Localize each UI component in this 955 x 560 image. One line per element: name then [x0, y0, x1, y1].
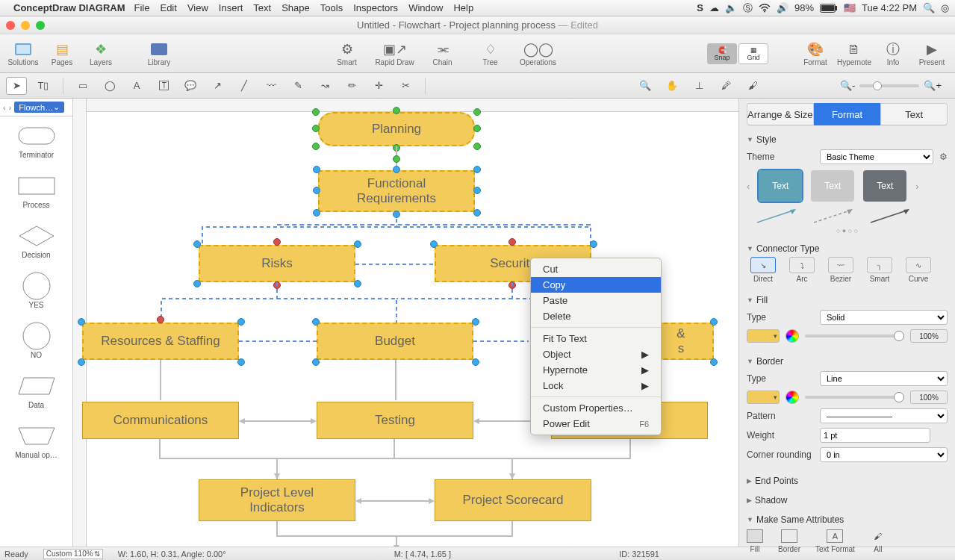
node-testing[interactable]: Testing — [317, 402, 473, 439]
ellipse-tool[interactable]: ◯ — [99, 77, 120, 95]
select-tool[interactable]: ➤ — [6, 77, 27, 95]
node-pli[interactable]: Project Level Indicators — [199, 479, 355, 521]
ctx-object[interactable]: Object▶ — [531, 346, 661, 362]
menu-text[interactable]: Text — [253, 2, 271, 13]
section-conn-type[interactable]: Connector Type — [747, 243, 948, 254]
menu-file[interactable]: File — [134, 2, 150, 13]
text-tool[interactable]: T▯ — [33, 77, 54, 95]
weight-input[interactable] — [820, 428, 930, 443]
crumb-back-icon[interactable]: ‹ — [3, 103, 6, 112]
zoom-tool[interactable]: 🔍 — [635, 77, 656, 95]
library-button[interactable]: Library — [140, 37, 178, 71]
swatch-1[interactable]: Text — [759, 170, 802, 202]
menu-view[interactable]: View — [187, 2, 208, 13]
shape-decision[interactable]: Decision — [0, 224, 72, 259]
conn-smart[interactable]: ┐Smart — [863, 257, 896, 283]
node-budget[interactable]: Budget — [317, 323, 473, 360]
siri-icon[interactable]: ◎ — [941, 2, 949, 13]
chain-button[interactable]: ⫘Chain — [420, 37, 466, 71]
att-fill[interactable]: Fill — [747, 529, 763, 553]
ctx-power[interactable]: Power EditF6 — [531, 416, 661, 432]
scissors-tool[interactable]: ✂ — [395, 77, 416, 95]
zoom-slider[interactable]: 🔍- 🔍+ — [840, 80, 942, 91]
app-name[interactable]: ConceptDraw DIAGRAM — [13, 2, 125, 13]
swatch-3[interactable]: Text — [863, 170, 906, 202]
conn-direct[interactable]: ↘Direct — [747, 257, 780, 283]
menu-tools[interactable]: Tools — [320, 2, 343, 13]
node-funcreq[interactable]: Functional Requirements — [318, 170, 475, 212]
layers-button[interactable]: ❖Layers — [82, 37, 119, 71]
pencil-tool[interactable]: ✏ — [341, 77, 362, 95]
tab-text[interactable]: Text — [880, 103, 948, 125]
ctx-lock[interactable]: Lock▶ — [531, 378, 661, 393]
corner-select[interactable]: 0 in — [820, 447, 948, 462]
ctx-hypernote[interactable]: Hypernote▶ — [531, 362, 661, 378]
textbox-tool[interactable]: 🅃 — [153, 77, 174, 95]
section-fill[interactable]: Fill — [747, 295, 948, 305]
flag-icon[interactable]: 🇺🇸 — [844, 2, 856, 13]
shape-process[interactable]: Process — [0, 174, 72, 209]
color-wheel-icon[interactable] — [786, 329, 799, 343]
hypernote-button[interactable]: 🗎Hypernote — [836, 37, 873, 71]
ctx-copy[interactable]: Copy — [531, 277, 661, 293]
tree-button[interactable]: ♢Tree — [467, 37, 514, 71]
brush-tool[interactable]: 🖌 — [742, 77, 763, 95]
wifi-icon[interactable] — [759, 4, 771, 13]
swatch-2[interactable]: Text — [811, 170, 854, 202]
spotlight-icon[interactable]: 🔍 — [923, 2, 935, 13]
minimize-window-icon[interactable] — [21, 21, 30, 30]
ctx-delete[interactable]: Delete — [531, 308, 661, 324]
swatch-next-icon[interactable]: › — [915, 181, 918, 192]
menu-insert[interactable]: Insert — [219, 2, 243, 13]
status-icon[interactable]: S — [697, 2, 703, 13]
traffic-lights[interactable] — [6, 21, 45, 30]
shapes-breadcrumb[interactable]: ‹ › Flowch… ⌄ — [0, 99, 72, 116]
shape-terminator[interactable]: Terminator — [0, 124, 72, 159]
pages-button[interactable]: ▤Pages — [43, 37, 81, 71]
clock[interactable]: Tue 4:22 PM — [862, 2, 917, 13]
curve-tool[interactable]: 〰 — [261, 77, 281, 95]
fill-color-swatch[interactable] — [747, 329, 780, 343]
att-border[interactable]: Border — [778, 529, 800, 553]
rect-tool[interactable]: ▭ — [72, 77, 93, 95]
menu-shape[interactable]: Shape — [281, 2, 310, 13]
conn-bezier[interactable]: 〰Bezier — [824, 257, 857, 283]
ctx-paste[interactable]: Paste — [531, 293, 661, 308]
border-color-swatch[interactable] — [747, 391, 780, 404]
node-risks[interactable]: Risks — [199, 245, 355, 282]
menu-edit[interactable]: Edit — [160, 2, 176, 13]
conn-curve[interactable]: ∿Curve — [902, 257, 935, 283]
node-tool[interactable]: ✛ — [368, 77, 389, 95]
menu-help[interactable]: Help — [453, 2, 473, 13]
pattern-select[interactable]: ———————— — [820, 408, 948, 423]
border-color-wheel-icon[interactable] — [786, 391, 799, 404]
att-textformat[interactable]: AText Format — [815, 529, 855, 553]
section-border[interactable]: Border — [747, 356, 948, 367]
border-type-select[interactable]: Line — [820, 371, 948, 386]
zoom-window-icon[interactable] — [36, 21, 45, 30]
present-button[interactable]: ▶Present — [913, 37, 951, 71]
menu-inspectors[interactable]: Inspectors — [353, 2, 398, 13]
conn-arc[interactable]: ⤵Arc — [786, 257, 818, 283]
menu-window[interactable]: Window — [408, 2, 443, 13]
smart-button[interactable]: ⚙︎Smart — [324, 37, 370, 71]
canvas[interactable]: Planning Functional Requirements Risks S… — [73, 99, 738, 547]
theme-gear-icon[interactable]: ⚙︎ — [939, 152, 948, 162]
node-planning[interactable]: Planning — [318, 112, 475, 146]
hand-tool[interactable]: ✋ — [662, 77, 682, 95]
rapid-draw-button[interactable]: ▣↗Rapid Draw — [372, 37, 418, 71]
section-endpoints[interactable]: End Points — [747, 476, 948, 486]
skype-icon[interactable]: Ⓢ — [743, 1, 753, 15]
tab-arrange[interactable]: Arrange & Size — [747, 103, 814, 125]
fill-type-select[interactable]: Solid — [820, 310, 948, 325]
pen-tool[interactable]: ✎ — [287, 77, 308, 95]
border-opacity[interactable]: 100% — [910, 391, 948, 404]
section-style[interactable]: Style — [747, 134, 948, 145]
format-button[interactable]: 🎨Format — [797, 37, 834, 71]
status-zoom-select[interactable]: Custom 110%⇅ — [43, 549, 103, 559]
node-communications[interactable]: Communications — [82, 402, 239, 439]
ctx-fit[interactable]: Fit To Text — [531, 331, 661, 346]
crumb-fwd-icon[interactable]: › — [9, 103, 12, 112]
ctx-custom[interactable]: Custom Properties… — [531, 400, 661, 416]
tab-format[interactable]: Format — [814, 103, 881, 125]
